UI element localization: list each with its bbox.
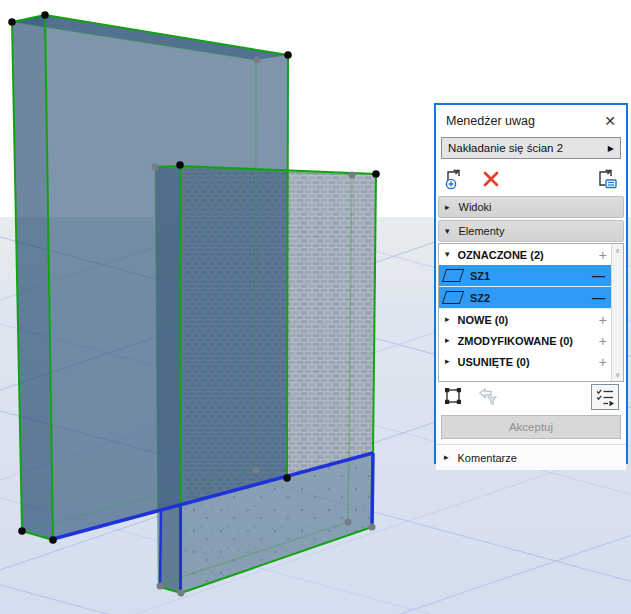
remove-icon[interactable]: — [592, 269, 605, 282]
issue-selector-value: Nakładanie się ścian 2 [448, 142, 563, 154]
group-label: NOWE (0) [458, 314, 509, 326]
add-icon[interactable]: + [599, 355, 607, 369]
chevron-right-icon[interactable]: ▸ [445, 336, 450, 345]
elements-list: ▾ OZNACZONE (2) + SZ1 — SZ2 — ▸ NOWE (0) [438, 243, 624, 382]
chevron-down-icon[interactable]: ▾ [445, 250, 450, 259]
section-label: Elementy [459, 225, 505, 237]
chevron-right-icon[interactable]: ▸ [444, 453, 449, 462]
group-zmodyfikowane[interactable]: ▸ ZMODYFIKOWANE (0) + [439, 330, 611, 351]
group-label: OZNACZONE (2) [458, 249, 544, 261]
group-label: USUNIĘTE (0) [458, 356, 530, 368]
add-icon[interactable]: + [599, 334, 607, 348]
issue-manager-panel: Menedżer uwag ✕ Nakładanie się ścian 2 ▶ [434, 103, 628, 464]
section-elementy[interactable]: ▾ Elementy [438, 220, 624, 242]
delete-issue-button[interactable] [482, 170, 500, 190]
scroll-down-icon[interactable]: ∨ [615, 371, 620, 378]
wall-icon [442, 269, 464, 282]
add-icon[interactable]: + [599, 248, 607, 262]
chevron-right-icon[interactable]: ▸ [445, 203, 450, 212]
marquee-icon [443, 386, 463, 406]
list-item-sz1[interactable]: SZ1 — [439, 265, 611, 287]
group-nowe[interactable]: ▸ NOWE (0) + [439, 309, 611, 330]
chevron-right-icon[interactable]: ▶ [608, 144, 614, 153]
list-item-sz2[interactable]: SZ2 — [439, 287, 611, 309]
new-issue-button[interactable] [444, 168, 466, 192]
scroll-up-icon[interactable]: ∧ [615, 247, 620, 254]
group-usuniete[interactable]: ▸ USUNIĘTE (0) + [439, 351, 611, 372]
close-icon[interactable]: ✕ [604, 114, 616, 128]
section-label: Widoki [459, 201, 492, 213]
delete-icon [482, 170, 500, 188]
issue-selector[interactable]: Nakładanie się ścian 2 ▶ [441, 137, 621, 159]
issue-toolbar [436, 165, 626, 195]
add-icon[interactable]: + [599, 313, 607, 327]
new-issue-icon [444, 168, 466, 190]
filter-icon [477, 386, 499, 406]
group-label: ZMODYFIKOWANE (0) [458, 335, 574, 347]
panel-titlebar[interactable]: Menedżer uwag ✕ [436, 105, 626, 136]
chevron-right-icon[interactable]: ▸ [445, 315, 450, 324]
filter-button-disabled[interactable] [477, 386, 499, 408]
marquee-select-button[interactable] [443, 386, 463, 408]
item-label: SZ2 [470, 292, 490, 304]
section-widoki[interactable]: ▸ Widoki [438, 196, 624, 218]
checklist-icon [595, 387, 615, 407]
issue-details-icon [596, 168, 618, 190]
section-komentarze[interactable]: ▸ Komentarze [436, 444, 626, 470]
wall-sz1[interactable] [12, 15, 288, 540]
wall-sz1-front-face[interactable] [45, 15, 288, 540]
accept-button[interactable]: Akceptuj [441, 415, 621, 439]
panel-title: Menedżer uwag [446, 114, 535, 128]
group-oznaczone[interactable]: ▾ OZNACZONE (2) + [439, 244, 611, 265]
issue-details-button[interactable] [596, 168, 618, 192]
chevron-right-icon[interactable]: ▸ [445, 357, 450, 366]
criteria-settings-button[interactable] [591, 384, 619, 410]
app-window: Menedżer uwag ✕ Nakładanie się ścian 2 ▶ [0, 0, 631, 614]
chevron-down-icon[interactable]: ▾ [445, 227, 450, 236]
section-label: Komentarze [458, 452, 517, 464]
accept-button-label: Akceptuj [509, 421, 553, 433]
wall-icon [442, 291, 464, 304]
selection-toolbar [436, 382, 626, 412]
item-label: SZ1 [470, 270, 490, 282]
remove-icon[interactable]: — [592, 291, 605, 304]
list-scrollbar[interactable]: ∧ ∨ [611, 244, 623, 381]
